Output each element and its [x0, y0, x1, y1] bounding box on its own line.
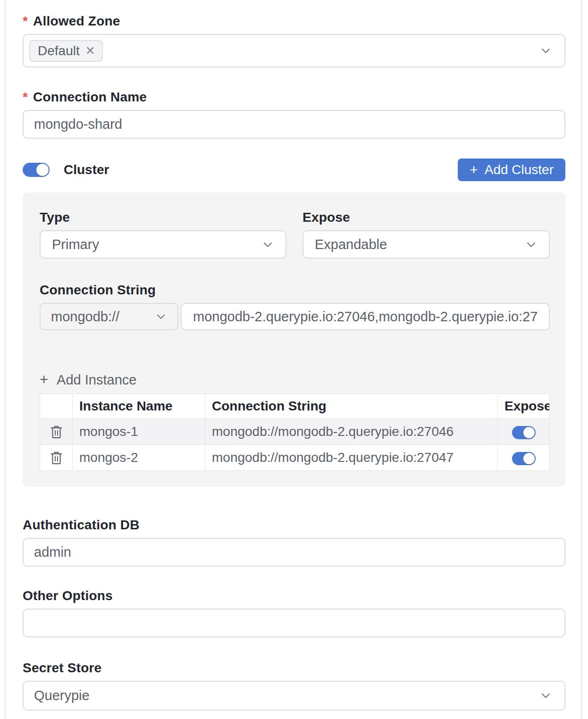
- connection-string-field: Connection String mongodb://: [40, 282, 550, 330]
- delete-column-header: [40, 394, 73, 419]
- instance-table-header-row: Instance Name Connection String Expose: [40, 394, 550, 419]
- expose-toggle[interactable]: [512, 452, 536, 465]
- type-expose-row: Type Primary Expose Expandable: [40, 209, 550, 259]
- connection-string-label: Connection String: [40, 282, 550, 298]
- expose-label: Expose: [302, 209, 550, 226]
- add-cluster-button[interactable]: + Add Cluster: [458, 159, 565, 181]
- type-select[interactable]: Primary: [40, 230, 286, 259]
- type-label: Type: [40, 209, 286, 226]
- connection-string-cell: mongodb://mongodb-2.querypie.io:27047: [205, 445, 498, 471]
- cluster-panel: Type Primary Expose Expandable Connectio…: [23, 192, 565, 487]
- expose-select-value: Expandable: [315, 237, 387, 252]
- cluster-toggle[interactable]: [23, 163, 50, 177]
- cluster-row: Cluster + Add Cluster: [23, 159, 565, 181]
- delete-instance-button[interactable]: [49, 450, 64, 466]
- cluster-toggle-label: Cluster: [64, 162, 109, 177]
- secret-store-label: Secret Store: [23, 660, 565, 676]
- connection-name-label-text: Connection Name: [33, 89, 147, 105]
- add-cluster-button-label: Add Cluster: [485, 162, 554, 177]
- allowed-zone-label-text: Allowed Zone: [33, 13, 120, 29]
- connection-name-input[interactable]: [23, 110, 565, 139]
- instance-table: Instance Name Connection String Expose m…: [40, 393, 550, 471]
- instance-name-cell: mongos-1: [73, 419, 205, 445]
- connection-name-field: * Connection Name: [23, 89, 565, 139]
- allowed-zone-select[interactable]: Default ✕: [23, 34, 565, 67]
- expose-toggle[interactable]: [512, 426, 536, 439]
- other-options-label: Other Options: [23, 588, 565, 604]
- allowed-zone-field: * Allowed Zone Default ✕: [23, 13, 565, 67]
- secret-store-field: Secret Store Querypie: [23, 660, 565, 711]
- delete-instance-button[interactable]: [49, 424, 64, 440]
- chevron-down-icon: [261, 238, 274, 251]
- plus-icon: +: [470, 163, 478, 177]
- expose-select[interactable]: Expandable: [302, 230, 550, 259]
- connection-string-input[interactable]: [181, 303, 550, 330]
- add-instance-button[interactable]: + Add Instance: [40, 372, 136, 388]
- expose-field: Expose Expandable: [302, 209, 550, 259]
- protocol-select[interactable]: mongodb://: [40, 303, 178, 330]
- secret-store-value: Querypie: [34, 688, 90, 703]
- connection-string-column-header: Connection String: [205, 394, 498, 419]
- cluster-toggle-group: Cluster: [23, 162, 109, 177]
- trash-icon: [49, 450, 64, 466]
- connection-string-group: mongodb://: [40, 303, 550, 330]
- chevron-down-icon: [539, 44, 552, 57]
- add-instance-label: Add Instance: [57, 372, 136, 388]
- chevron-down-icon: [155, 310, 167, 323]
- allowed-zone-tag-label: Default: [38, 43, 80, 59]
- allowed-zone-tag: Default ✕: [29, 40, 103, 62]
- connection-name-label: * Connection Name: [23, 89, 565, 105]
- expose-column-header: Expose: [498, 394, 550, 419]
- trash-icon: [49, 424, 64, 440]
- table-row: mongos-2 mongodb://mongodb-2.querypie.io…: [40, 445, 550, 471]
- secret-store-select[interactable]: Querypie: [23, 681, 565, 711]
- other-options-input[interactable]: [23, 609, 565, 637]
- instance-name-cell: mongos-2: [73, 445, 205, 471]
- chevron-down-icon: [539, 689, 552, 702]
- protocol-select-value: mongodb://: [51, 309, 119, 325]
- allowed-zone-label: * Allowed Zone: [23, 13, 565, 29]
- table-row: mongos-1 mongodb://mongodb-2.querypie.io…: [40, 419, 550, 445]
- required-asterisk: *: [23, 89, 28, 105]
- plus-icon: +: [40, 372, 48, 388]
- authentication-db-field: Authentication DB: [23, 517, 565, 567]
- type-field: Type Primary: [40, 209, 286, 259]
- authentication-db-input[interactable]: [23, 538, 565, 567]
- connection-form: * Allowed Zone Default ✕ * Connection Na…: [5, 0, 582, 719]
- type-select-value: Primary: [52, 237, 99, 252]
- instance-name-column-header: Instance Name: [73, 394, 205, 419]
- other-options-field: Other Options: [23, 588, 565, 637]
- required-asterisk: *: [23, 13, 28, 29]
- remove-tag-icon[interactable]: ✕: [85, 45, 95, 57]
- authentication-db-label: Authentication DB: [23, 517, 565, 533]
- connection-string-cell: mongodb://mongodb-2.querypie.io:27046: [205, 419, 498, 445]
- chevron-down-icon: [525, 238, 538, 251]
